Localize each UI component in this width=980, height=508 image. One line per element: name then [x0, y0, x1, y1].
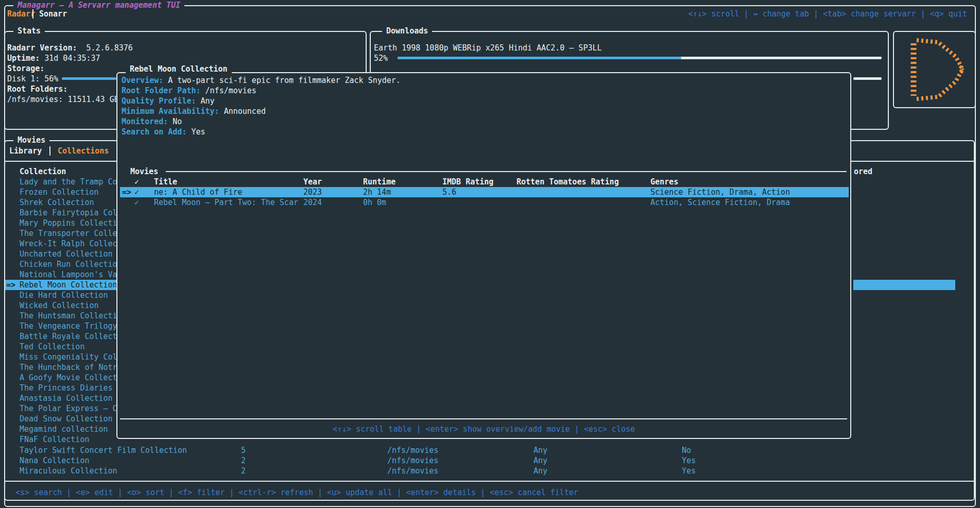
- stats-title: Stats: [13, 26, 45, 36]
- modal-movie-cell: ne: A Child of Fire: [154, 187, 243, 197]
- modal-footer-keybinds: <↑↓> scroll table | <enter> show overvie…: [116, 424, 851, 434]
- stats-version: Radarr Version: 5.2.6.8376: [7, 43, 133, 53]
- collection-list-item[interactable]: The Huntsman Collecti: [20, 311, 117, 321]
- modal-field-value: A two-part sci-fi epic from filmmaker Za…: [163, 76, 401, 85]
- table-cell-monitored: Yes: [682, 466, 696, 476]
- modal-field-label: Search on Add:: [122, 127, 186, 137]
- collection-list-item[interactable]: National Lampoon's Va: [20, 269, 117, 280]
- download-item-title: Earth 1998 1080p WEBRip x265 Hindi AAC2.…: [374, 43, 602, 53]
- table-cell-movies: 2: [241, 466, 246, 476]
- modal-movie-cell: 0h 0m: [363, 197, 386, 208]
- downloads-title: Downloads: [382, 26, 432, 36]
- modal-movie-cell: ✓: [134, 187, 139, 197]
- collection-list-item[interactable]: The Transporter Colle: [20, 228, 117, 239]
- table-cell-monitored: Yes: [682, 455, 696, 466]
- table-cell-movies: 5: [241, 445, 246, 455]
- stats-rootfolders-label: Root Folders:: [7, 84, 67, 94]
- modal-column-header: Year: [303, 177, 322, 187]
- table-cell-quality: Any: [534, 466, 547, 476]
- collection-list-item[interactable]: A Goofy Movie Collect: [20, 372, 117, 383]
- modal-field: Monitored: No: [122, 116, 182, 127]
- stats-uptime: Uptime: 31d 04:35:37: [7, 53, 100, 63]
- table-cell-path: /nfs/movies: [387, 455, 438, 466]
- modal-field: Search on Add: Yes: [122, 127, 205, 137]
- collection-list-item[interactable]: Battle Royale Collect: [20, 331, 117, 342]
- collection-list-item[interactable]: Barbie Fairytopia Col: [20, 208, 117, 218]
- modal-title: Rebel Moon Collection: [126, 64, 232, 74]
- modal-column-header: IMDB Rating: [442, 177, 493, 187]
- table-cell-quality: Any: [534, 445, 547, 455]
- collection-list-item[interactable]: FNaF Collection: [20, 434, 89, 445]
- table-cell-monitored: No: [682, 445, 691, 455]
- modal-field: Quality Profile: Any: [122, 96, 215, 106]
- modal-field: Minimum Availability: Announced: [122, 106, 266, 116]
- movies-panel-title: Movies: [13, 135, 49, 145]
- modal-column-header: ✓: [134, 177, 139, 187]
- collection-list-item[interactable]: Anastasia Collection: [20, 393, 113, 403]
- modal-column-header: Rotten Tomatoes Rating: [517, 177, 619, 187]
- modal-column-header: Title: [154, 177, 177, 187]
- modal-movie-cell: ✓: [134, 197, 139, 208]
- tab-collections[interactable]: Collections: [58, 146, 109, 156]
- managarr-app: Managarr – A Servarr management TUI Rada…: [0, 0, 980, 508]
- modal-movie-cell: 2024: [303, 197, 322, 208]
- tab-sonarr[interactable]: Sonarr: [39, 9, 67, 19]
- modal-field-label: Minimum Availability:: [122, 107, 219, 116]
- table-cell-name: Nana Collection: [20, 455, 89, 466]
- table-cell-path: /nfs/movies: [387, 445, 438, 455]
- stats-rootfolder-value: /nfs/movies: 11511.43 GB: [7, 94, 119, 105]
- collection-list-item[interactable]: Mary Poppins Collecti: [20, 218, 117, 228]
- stats-version-value: 5.2.6.8376: [87, 43, 133, 53]
- modal-field-value: /nfs/movies: [201, 86, 256, 95]
- tab-radarr[interactable]: Radarr: [7, 9, 35, 19]
- help-bar: <s> search | <e> edit | <o> sort | <f> f…: [15, 487, 578, 498]
- modal-field: Root Folder Path: /nfs/movies: [122, 86, 256, 96]
- collection-list-item[interactable]: The Vengeance Trilogy: [20, 321, 117, 331]
- modal-field-label: Overview:: [122, 76, 163, 85]
- modal-column-header: Genres: [650, 177, 678, 187]
- collection-list-item[interactable]: Rebel Moon Collection: [20, 280, 117, 290]
- modal-field-label: Root Folder Path:: [122, 86, 201, 95]
- download-gauge-fill: [398, 57, 681, 59]
- collection-list-item[interactable]: Chicken Run Collectio: [20, 259, 117, 269]
- collection-list-item[interactable]: Wicked Collection: [20, 300, 99, 311]
- collection-list-item[interactable]: Dead Snow Collection: [20, 414, 113, 424]
- collection-list-item[interactable]: Megamind collection: [20, 424, 108, 434]
- collection-list-item[interactable]: Die Hard Collection: [20, 290, 108, 300]
- collection-details-modal: [116, 72, 851, 439]
- modal-movie-cell: 2023: [303, 187, 322, 197]
- modal-movie-cell: Action, Science Fiction, Drama: [650, 197, 790, 208]
- collection-list-item[interactable]: The Princess Diaries: [20, 383, 113, 393]
- modal-field-label: Quality Profile:: [122, 96, 196, 106]
- modal-movies-title-rule: [166, 171, 847, 172]
- disk-usage-gauge: [62, 77, 116, 80]
- download-percent: 52%: [374, 53, 388, 63]
- table-cell-name: Taylor Swift Concert Film Collection: [20, 445, 187, 455]
- collection-list-item[interactable]: Ted Collection: [20, 342, 84, 352]
- tab-separator: [32, 9, 33, 19]
- modal-selected-row-prefix: =>: [122, 187, 131, 197]
- collection-list-item[interactable]: Uncharted Collection: [20, 249, 113, 259]
- collection-list-item[interactable]: Frozen Collection: [20, 187, 99, 197]
- modal-movie-cell: 5.6: [442, 187, 456, 197]
- top-keybinds: <↑↓> scroll | ↔ change tab | <tab> chang…: [688, 9, 967, 19]
- modal-movie-cell: Science Fiction, Drama, Action: [650, 187, 790, 197]
- help-bar-separator: [5, 481, 974, 482]
- modal-field-value: Any: [196, 96, 215, 106]
- modal-movies-section-title: Movies: [130, 166, 158, 177]
- download-gauge-2-fragment: [853, 77, 882, 80]
- collection-list-item[interactable]: The Hunchback of Notr: [20, 362, 117, 372]
- collection-list-item[interactable]: The Polar Express – C: [20, 403, 117, 414]
- collection-list-item[interactable]: Miss Congeniality Col: [20, 352, 117, 362]
- collection-list-item[interactable]: Lady and the Tramp Co: [20, 177, 117, 187]
- modal-field-label: Monitored:: [122, 117, 168, 126]
- table-cell-quality: Any: [534, 455, 547, 466]
- stats-version-label: Radarr Version:: [7, 43, 77, 53]
- collection-list-item[interactable]: Shrek Collection: [20, 197, 94, 208]
- monitored-column-header-fragment: ored: [854, 166, 872, 177]
- collection-list-item[interactable]: Wreck-It Ralph Collec: [20, 239, 117, 249]
- modal-movie-cell: Rebel Moon – Part Two: The Scar: [154, 197, 298, 208]
- selected-row-right-fragment: [853, 280, 955, 290]
- modal-field-value: Yes: [186, 127, 205, 137]
- tab-library[interactable]: Library: [9, 146, 42, 156]
